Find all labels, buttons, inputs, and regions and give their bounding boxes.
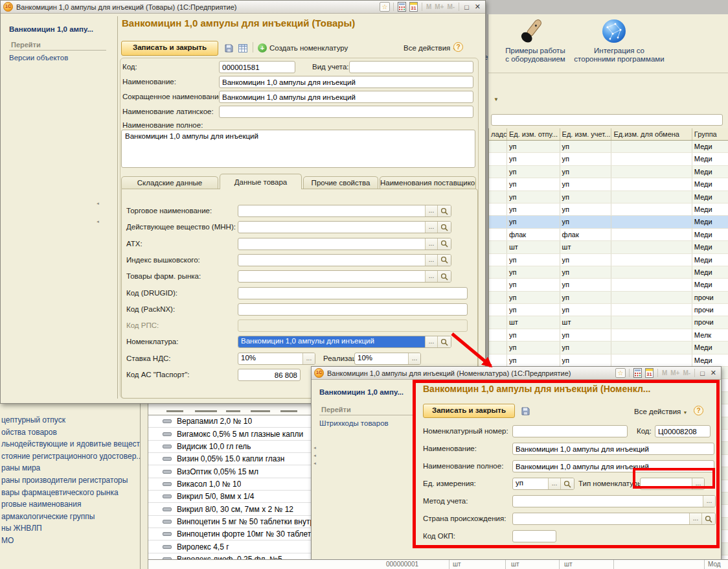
column-header[interactable]: Ед. изм. отпу... bbox=[507, 128, 560, 140]
all-actions-button[interactable]: Все действия ▼ bbox=[404, 44, 457, 52]
panel-splitter[interactable] bbox=[140, 403, 148, 569]
sidebar-link-versions[interactable]: Версии объектов bbox=[9, 54, 68, 62]
table-row[interactable]: флакфлакМеди bbox=[489, 229, 728, 241]
nav-link[interactable]: стояние регистрационного удостовер... bbox=[1, 452, 140, 461]
list-item[interactable]: Винпоцетин форте 10мг № 30 таблетк bbox=[148, 528, 311, 540]
short-name-input[interactable] bbox=[219, 91, 473, 103]
table-row[interactable]: упупМеди bbox=[489, 153, 728, 165]
table-row[interactable]: упуппрочи bbox=[489, 292, 728, 304]
favorites-icon[interactable]: ☆ bbox=[380, 2, 390, 12]
grid-icon[interactable] bbox=[238, 43, 248, 53]
name-input[interactable] bbox=[219, 76, 473, 88]
search-icon[interactable] bbox=[437, 205, 451, 216]
drug-list[interactable]: Верапамил 2,0 № 10Вигамокс 0,5% 5 мл гла… bbox=[148, 403, 311, 569]
search-icon[interactable] bbox=[437, 222, 451, 233]
table-row[interactable]: упупМелк bbox=[489, 329, 728, 342]
choose-button[interactable]: ... bbox=[425, 222, 437, 233]
lookup-field[interactable]: ... bbox=[238, 205, 451, 217]
search-icon[interactable] bbox=[437, 336, 451, 347]
splitter-grip-icon[interactable]: ◄ bbox=[313, 454, 317, 458]
sidebar-current-item[interactable]: Ванкомицин 1,0 ампу... bbox=[9, 25, 93, 33]
lookup-field[interactable]: ... bbox=[238, 221, 451, 233]
calendar-icon[interactable]: 31 bbox=[644, 368, 654, 378]
lookup-field[interactable]: ... bbox=[238, 238, 451, 250]
vid-ucheta-input[interactable] bbox=[349, 61, 473, 73]
list-item[interactable]: Викрил 8/0, 30 см, 7мм х 2 № 12 bbox=[148, 503, 311, 515]
nav-link[interactable]: рговые наименования bbox=[1, 500, 81, 509]
globe-icon[interactable] bbox=[601, 18, 627, 47]
choose-button[interactable]: ... bbox=[425, 238, 437, 250]
close-button[interactable]: ✕ bbox=[473, 3, 483, 11]
table-row[interactable]: упупМеди bbox=[489, 266, 728, 279]
list-item[interactable]: Вигамокс 0,5% 5 мл глазные капли bbox=[148, 428, 311, 440]
memory-button[interactable]: M bbox=[661, 369, 668, 377]
favorites-icon[interactable]: ☆ bbox=[615, 368, 626, 378]
close-button[interactable]: ✕ bbox=[709, 369, 718, 377]
splitter-grip-icon[interactable]: ◄ bbox=[313, 461, 317, 465]
search-icon[interactable] bbox=[437, 255, 451, 266]
field-input[interactable] bbox=[238, 287, 468, 299]
nav-link[interactable]: цептурный отпуск bbox=[1, 415, 65, 424]
list-item[interactable]: Викасол 1,0 № 10 bbox=[148, 478, 311, 491]
code-input[interactable] bbox=[219, 61, 295, 73]
splitter-grip-icon[interactable]: ◄ bbox=[313, 446, 317, 450]
save-close-button[interactable]: Записать и закрыть bbox=[121, 41, 218, 56]
choose-button[interactable]: ... bbox=[425, 271, 437, 282]
table-row[interactable]: упупМеди bbox=[489, 166, 728, 178]
method-field[interactable]: ... bbox=[512, 495, 716, 507]
search-icon[interactable] bbox=[560, 478, 574, 489]
table-row[interactable]: упупМеди bbox=[489, 191, 728, 203]
table-row[interactable]: упупМеди bbox=[489, 279, 728, 291]
calculator-icon[interactable] bbox=[397, 2, 407, 12]
table-row[interactable]: упупМеди bbox=[489, 141, 728, 153]
memory-button[interactable]: M- bbox=[446, 3, 455, 10]
memory-button[interactable]: M+ bbox=[434, 3, 444, 10]
list-item[interactable]: Визин 0,05% 15.0 капли глазн bbox=[148, 453, 311, 465]
nav-link[interactable]: ойства товаров bbox=[1, 428, 57, 437]
maximize-button[interactable]: □ bbox=[462, 3, 471, 11]
latin-name-input[interactable] bbox=[219, 106, 473, 118]
tab-sklad[interactable]: Складские данные bbox=[121, 176, 218, 189]
search-icon[interactable] bbox=[701, 513, 715, 524]
filter-input[interactable] bbox=[491, 114, 723, 126]
passport-code-input[interactable] bbox=[238, 369, 301, 381]
name-input[interactable] bbox=[512, 443, 714, 455]
choose-button[interactable]: ... bbox=[425, 205, 437, 216]
full-name-textarea[interactable]: Ванкомицин 1,0 ампулы для инъекций bbox=[121, 130, 475, 168]
okp-input[interactable] bbox=[512, 530, 556, 542]
all-actions-button[interactable]: Все действия ▼ bbox=[634, 408, 687, 415]
table-row[interactable]: упупМеди bbox=[489, 254, 728, 266]
table-row[interactable]: упупМеди bbox=[489, 216, 728, 228]
search-icon[interactable] bbox=[437, 238, 451, 250]
column-header[interactable]: Ед. изм. учет... bbox=[560, 128, 612, 140]
nav-link[interactable]: льнодействующие и ядовитые вещест... bbox=[1, 439, 140, 448]
column-header[interactable]: Ед.изм. для обмена bbox=[611, 128, 692, 140]
vat-field[interactable]: 10% ... bbox=[238, 353, 315, 365]
list-item[interactable]: Винпоцетин 5 мг № 50 таблетки внутр bbox=[148, 516, 311, 528]
list-item[interactable]: Верапамил 2,0 № 10 bbox=[148, 415, 311, 428]
table-row[interactable]: упуппрочи bbox=[489, 304, 728, 316]
choose-button[interactable]: ... bbox=[703, 496, 715, 507]
save-icon[interactable] bbox=[223, 43, 234, 53]
column-header[interactable]: ладс... bbox=[489, 128, 507, 140]
nomenclature-field[interactable]: Ванкомицин 1,0 ампулы для инъекций... bbox=[238, 336, 451, 348]
vat-real-field[interactable]: 10% ... bbox=[354, 353, 421, 365]
choose-button[interactable]: ... bbox=[408, 353, 420, 364]
help-icon[interactable]: ? bbox=[694, 406, 703, 415]
choose-button[interactable]: ... bbox=[425, 255, 437, 266]
nom-type-field[interactable]: ... bbox=[640, 478, 705, 490]
splitter-grip-icon[interactable]: ◄ bbox=[96, 220, 100, 224]
list-item[interactable]: Видисик 10,0 гл гель bbox=[148, 441, 311, 453]
titlebar[interactable]: 1С Ванкомицин 1,0 ампулы для инъекций (Н… bbox=[312, 367, 721, 380]
sidebar-link-barcodes[interactable]: Штрихкоды товаров bbox=[319, 419, 389, 427]
country-field[interactable]: ... bbox=[512, 513, 716, 525]
lookup-field[interactable]: ... bbox=[238, 270, 451, 283]
save-icon[interactable] bbox=[520, 406, 530, 416]
full-name-input[interactable] bbox=[512, 460, 714, 472]
memory-button[interactable]: M- bbox=[682, 369, 691, 377]
field-input[interactable] bbox=[238, 303, 468, 316]
choose-button[interactable]: ... bbox=[302, 353, 315, 364]
titlebar[interactable]: 1С Ванкомицин 1,0 ампулы для инъекций (Т… bbox=[1, 1, 485, 14]
splitter-grip-icon[interactable]: ◄ bbox=[96, 202, 100, 205]
nav-link[interactable]: раны производители регистраторы bbox=[1, 476, 128, 485]
